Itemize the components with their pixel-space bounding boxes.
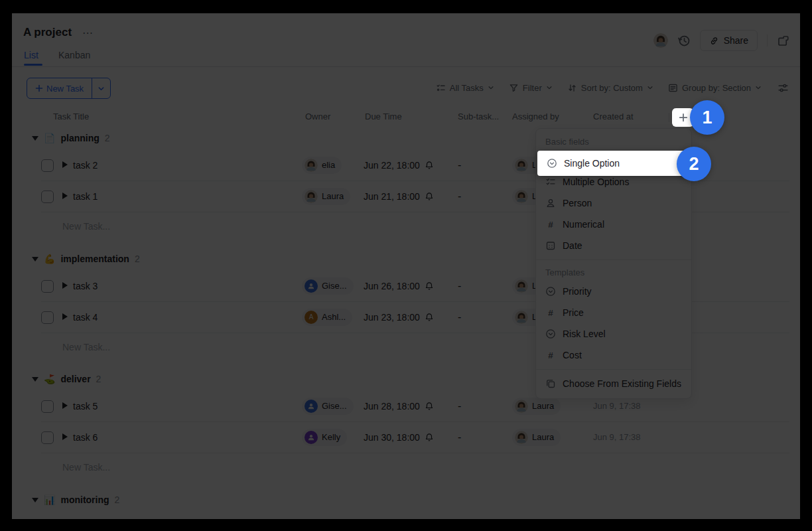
menu-item-single-option-spotlight[interactable]: Single Option	[537, 151, 690, 176]
step-badge-2: 2	[677, 147, 711, 181]
step-badge-1: 1	[690, 100, 724, 135]
plus-icon	[679, 113, 688, 122]
tutorial-dim-overlay	[12, 13, 800, 519]
single-option-icon	[547, 158, 557, 169]
screenshot-stage: A project ⋯ List Kanban Share	[0, 0, 812, 531]
